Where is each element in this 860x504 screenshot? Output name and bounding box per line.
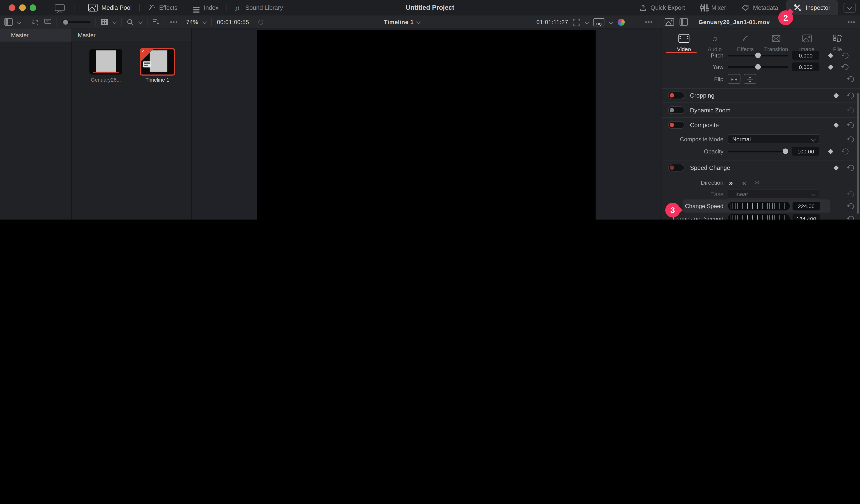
bin-view-icon[interactable] [4,18,12,26]
color-wheel-icon[interactable] [617,18,625,26]
dynamic-zoom-toggle[interactable] [668,106,684,114]
sort-icon[interactable] [153,19,160,25]
direction-freeze-icon[interactable]: ❄ [755,179,759,186]
search-icon[interactable] [127,18,134,26]
bin-view-chevron[interactable] [17,19,22,24]
record-indicator-icon [258,19,263,25]
inspector-options-icon[interactable]: ••• [848,19,856,25]
direction-forward-icon[interactable]: » [729,178,733,187]
mixer-button[interactable]: Mixer [693,0,734,15]
folder-master-label: Master [78,32,96,39]
index-toggle[interactable]: Index [186,0,226,15]
sound-library-toggle[interactable]: ♬ Sound Library [227,0,290,15]
timeline-clip-name[interactable]: Timeline 1 [130,77,185,83]
direction-reverse-icon[interactable]: « [742,178,746,187]
breadcrumb-folder[interactable]: Master [71,28,191,42]
quality-chevron[interactable] [609,19,613,24]
timeline-clip-card[interactable]: ✓ [140,48,175,76]
quick-export-button[interactable]: Quick Export [632,0,693,15]
effects-toggle[interactable]: Effects [140,0,185,15]
flip-horizontal-button[interactable]: ▸|◂ [728,74,741,84]
search-chevron[interactable] [138,19,143,24]
change-speed-dial[interactable] [728,202,790,210]
fps-reset-icon[interactable] [847,214,855,220]
flip-reset-icon[interactable] [847,75,855,83]
view-mode-chevron[interactable] [112,19,117,24]
thumbnail-view-icon[interactable] [101,19,108,25]
fps-value[interactable]: 134.400 [793,214,820,220]
composite-mode-reset-icon[interactable] [847,135,855,144]
inspector-toggle[interactable]: Inspector [786,0,838,15]
inspector-scrollbar[interactable] [857,93,859,213]
composite-mode-label: Composite Mode [661,136,723,143]
media-pool-toggle[interactable]: Media Pool [81,0,140,15]
cropping-toggle[interactable] [668,91,684,99]
maximize-window-icon[interactable] [30,4,36,11]
usage-note-icon[interactable] [44,19,52,25]
yaw-slider[interactable] [728,66,788,68]
tab-image[interactable]: Image [791,33,822,52]
inspector-label: Inspector [805,4,830,11]
present-display-icon[interactable] [55,4,65,11]
timeline-selector[interactable]: Timeline 1 [384,19,414,25]
flip-vertical-button[interactable]: ▾▴ [744,74,756,84]
media-clip-card[interactable] [89,49,122,75]
tab-file[interactable]: File [822,33,853,52]
composite-mode-select[interactable]: Normal [728,134,819,144]
yaw-value[interactable]: 0.000 [792,62,819,71]
change-speed-reset-icon[interactable] [847,202,855,210]
zoom-level-chevron[interactable] [203,19,207,24]
opacity-keyframe-icon[interactable] [828,148,833,154]
thumbnail-size-slider[interactable] [62,21,90,23]
tab-video[interactable]: Video [669,33,700,52]
media-clip-name[interactable]: Genuary26... [78,77,133,83]
pitch-keyframe-icon[interactable] [828,53,833,58]
index-list-icon [193,7,200,8]
speed-change-toggle[interactable] [668,164,684,171]
pitch-value[interactable]: 0.000 [792,51,819,60]
workspace-overflow-button[interactable] [844,3,856,12]
fps-dial[interactable] [728,214,790,220]
composite-keyframe-icon[interactable] [833,122,839,128]
opacity-slider[interactable] [728,150,788,152]
composite-reset-icon[interactable] [847,121,855,129]
tab-audio[interactable]: ♫ Audio [699,33,730,52]
viewer-options-icon[interactable]: ••• [645,19,653,25]
bin-tree-item-master[interactable]: Master [0,28,71,42]
safe-area-chevron[interactable] [585,19,589,24]
media-pool-options-icon[interactable]: ••• [170,19,178,25]
ease-select[interactable]: Linear [728,189,819,199]
viewer-canvas[interactable] [257,30,596,220]
proxy-quality-icon[interactable]: HQ [593,18,604,26]
viewer-zoom-level[interactable]: 74% [186,19,198,25]
dynamic-zoom-reset-icon[interactable] [847,106,855,115]
change-speed-value[interactable]: 224.00 [793,202,820,210]
dynamic-zoom-label: Dynamic Zoom [690,107,731,114]
tab-effects[interactable]: Effects [730,33,761,52]
source-timecode: 00:01:00:55 [217,19,249,25]
pitch-slider[interactable] [728,55,788,56]
inspector-layout-icon[interactable] [679,18,688,26]
speed-change-reset-icon[interactable] [847,163,855,172]
speed-change-keyframe-icon[interactable] [833,165,839,171]
ease-reset-icon[interactable] [847,190,855,198]
metadata-label: Metadata [753,4,778,11]
close-window-icon[interactable] [9,4,16,11]
opacity-reset-icon[interactable] [841,147,850,155]
metadata-button[interactable]: Metadata [734,0,786,15]
yaw-reset-icon[interactable] [841,62,850,71]
clip-inspector-icon[interactable] [664,18,674,26]
yaw-keyframe-icon[interactable] [828,64,833,70]
safe-area-icon[interactable] [573,18,580,26]
opacity-value[interactable]: 100.00 [792,147,819,155]
speed-change-label: Speed Change [690,164,730,171]
tab-transition[interactable]: Transition [761,33,791,52]
cropping-keyframe-icon[interactable] [833,93,839,98]
unlink-bins-icon[interactable] [31,18,39,26]
pitch-reset-icon[interactable] [841,51,850,60]
cropping-reset-icon[interactable] [847,91,855,100]
composite-toggle[interactable] [668,121,684,129]
video-tab-icon [678,34,689,43]
minimize-window-icon[interactable] [19,4,26,11]
timeline-selector-chevron[interactable] [416,19,421,24]
